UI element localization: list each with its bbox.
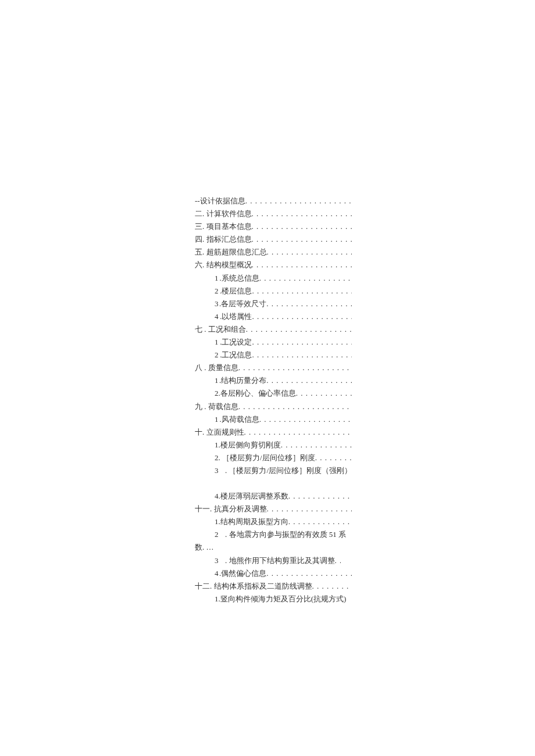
toc-leader [259,272,352,285]
toc-number: 4 [215,310,220,323]
toc-subentry: 1 .结构周期及振型方向 [195,515,352,528]
toc-entry: 三. 项目基本信息 [195,220,352,233]
toc-label: .楼层信息 [220,285,252,298]
toc-entry: 五. 超筋超限信息汇总 [195,246,352,259]
toc-leader [288,490,352,503]
toc-label: 八 . 质量信息 [195,361,238,374]
toc-label: 五. 超筋超限信息汇总 [195,246,267,259]
blank-line [195,477,352,490]
toc-leader [252,233,352,246]
toc-subentry: 3 . ［楼层剪力/层间位移］刚度（强刚） [195,464,352,477]
toc-label: .结构历量分布 [219,374,266,387]
toc-entry: 十一. 抗真分析及调整 [195,503,352,515]
toc-label: .工况信息 [220,349,252,361]
toc-entry: 二. 计算软件信息 [195,207,352,220]
toc-number: 1 [215,374,219,387]
toc-label: . 地熊作用下结构剪重比及其调整 [225,554,335,567]
toc-number: 3 [215,464,225,477]
toc-number: 1 [215,413,220,426]
toc-leader [252,207,352,220]
toc-leader [252,310,352,323]
toc-entry: 十. 立面规则性 [195,426,352,439]
toc-label: 六. 结构模型概况 [195,259,252,271]
toc-leader [252,220,352,233]
toc-leader [266,374,352,387]
toc-subentry: 4 .以塔属性 [195,310,352,323]
toc-label: 二. 计算软件信息 [195,207,252,220]
toc-label: .风荷载信息 [220,413,259,426]
toc-label: .楼层侧向剪切刚度 [219,439,281,452]
toc-label: .偶然偏心信息 [219,567,266,580]
toc-entry: --设计依据信息 [195,195,352,207]
toc-number: 4 [215,567,219,580]
toc-number: 3 [215,554,225,567]
toc-leader [252,259,352,271]
toc-label: 十一. 抗真分析及调整 [195,503,267,515]
toc-entry: 六. 结构模型概况 [195,259,352,271]
toc-label: 三. 项目基本信息 [195,220,252,233]
toc-label: . ［楼层剪力/层间位移］刚度（强刚） [225,464,352,477]
toc-number: 1 [215,272,220,285]
toc-subentry: 4 .偶然偏心信息 [195,567,352,580]
toc-leader [315,452,352,464]
toc-label: . 各地震方向参与振型的有效质 51 系 [225,528,346,541]
toc-number: 2 [215,349,220,361]
toc-label: .以塔属性 [220,310,252,323]
toc-label: .工况设定 [220,336,252,349]
toc-subentry: 2 .楼层信息 [195,285,352,298]
toc-subentry: 1 .工况设定 [195,336,352,349]
toc-leader [281,439,352,452]
toc-label: .各层等效尺寸 [219,298,266,310]
toc-label: . ［楼层剪力/层间位移］刚度 [219,452,315,464]
toc-entry: 十二. 结构体系指标及二道防线调整 [195,580,352,593]
toc-leader [244,426,352,439]
toc-number: 2 [215,285,220,298]
toc-label: 十二. 结构体系指标及二道防线调整 [195,580,312,593]
toc-label: 七 . 工况和组合 [195,323,246,336]
toc-subentry: 3 . 地熊作用下结构剪重比及其调整 [195,554,352,567]
toc-subentry: 3 .各层等效尺寸 [195,298,352,310]
toc-entry: 四. 指标汇总信息 [195,233,352,246]
toc-entry: 七 . 工况和组合 [195,323,352,336]
toc-leader [335,554,341,567]
toc-leader [245,195,352,207]
toc-leader [312,580,352,593]
toc-label: --设计依据信息 [195,195,245,207]
toc-leader [296,387,352,400]
toc-wrap: 数. … [195,541,352,554]
toc-leader [288,515,352,528]
toc-label: 1.竖向构件倾海力矩及百分比(抗规方式) [215,593,346,605]
toc-leader [267,246,352,259]
toc-subentry: 4 .楼层薄弱层调整系数 [195,490,352,503]
toc-subentry: 2 . ［楼层剪力/层间位移］刚度 [195,452,352,464]
toc-number: 2 [215,528,225,541]
toc-subentry: 2 .工况信息 [195,349,352,361]
toc-label: .系统总信息 [220,272,259,285]
toc-leader [246,323,352,336]
toc-container: --设计依据信息 二. 计算软件信息 三. 项目基本信息 四. 指标汇总信息 五… [195,195,352,605]
toc-leader [238,400,352,413]
toc-leader [266,298,352,310]
toc-number: 1 [215,336,220,349]
toc-subentry: 1 .楼层侧向剪切刚度 [195,439,352,452]
toc-subentry: 1 .系统总信息 [195,272,352,285]
toc-label: 九 . 荷载信息 [195,400,238,413]
toc-leader [259,413,352,426]
toc-label: 十. 立面规则性 [195,426,244,439]
toc-label: 四. 指标汇总信息 [195,233,252,246]
toc-subentry: 1 .结构历量分布 [195,374,352,387]
toc-label: .各层刚心、偏心率信息 [219,387,296,400]
toc-label: .结构周期及振型方向 [219,515,288,528]
toc-label: .楼层薄弱层调整系数 [219,490,288,503]
toc-number: 3 [215,298,219,310]
toc-entry: 九 . 荷载信息 [195,400,352,413]
toc-subentry: 2 .各层刚心、偏心率信息 [195,387,352,400]
toc-subentry: 1.竖向构件倾海力矩及百分比(抗规方式) [195,593,352,605]
toc-leader [267,503,352,515]
toc-leader [252,349,352,361]
toc-entry: 八 . 质量信息 [195,361,352,374]
toc-leader [252,336,352,349]
toc-leader [266,567,352,580]
toc-leader [238,361,352,374]
toc-subentry: 2 . 各地震方向参与振型的有效质 51 系 [195,528,352,541]
